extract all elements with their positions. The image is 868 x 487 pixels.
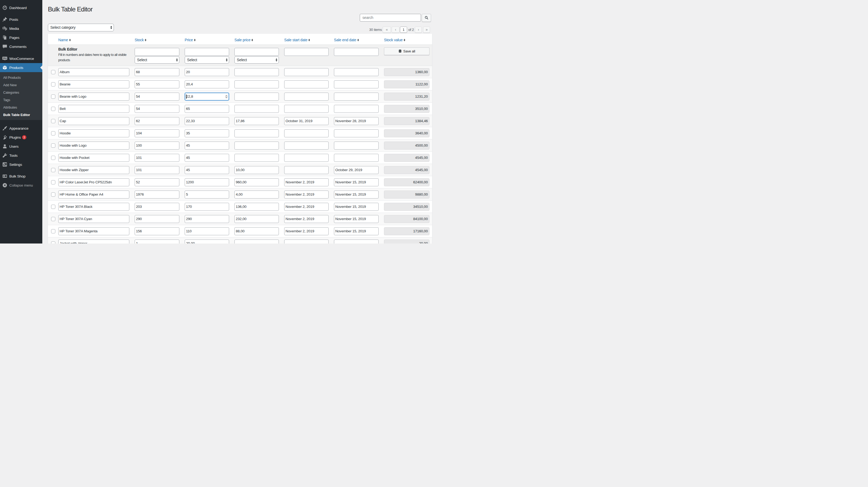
svg-text:Woo: Woo: [3, 57, 7, 59]
